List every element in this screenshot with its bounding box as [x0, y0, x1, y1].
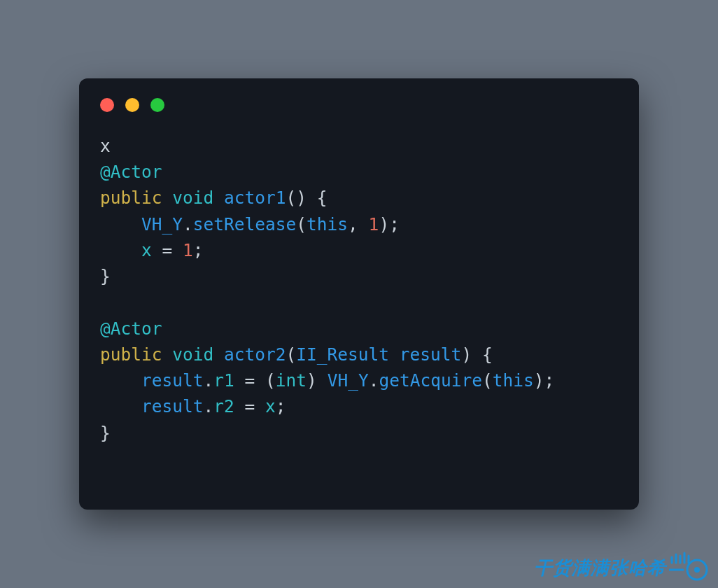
- paren-open: (: [286, 344, 297, 365]
- dot: .: [204, 396, 214, 416]
- indent: [100, 214, 141, 234]
- keyword-this: this: [493, 370, 534, 391]
- method-name: actor1: [224, 188, 286, 208]
- close-icon[interactable]: [100, 98, 114, 112]
- number-literal: 1: [183, 240, 193, 260]
- param-type: II_Result: [296, 344, 389, 365]
- paren-close: ): [461, 344, 472, 365]
- zoom-icon[interactable]: [150, 98, 164, 112]
- dot: .: [204, 370, 214, 391]
- method-call: setRelease: [193, 214, 297, 234]
- indent: [100, 240, 141, 260]
- method-name: actor2: [224, 344, 286, 365]
- paren-open: (: [265, 370, 276, 391]
- keyword-public: public: [100, 188, 162, 208]
- svg-point-1: [694, 567, 700, 573]
- dot: .: [369, 370, 379, 391]
- semicolon: ;: [193, 240, 204, 260]
- field: r2: [213, 396, 234, 416]
- brace: {: [307, 188, 328, 208]
- param-name: result: [389, 344, 461, 365]
- variable: x: [265, 396, 276, 416]
- annotation: @Actor: [100, 162, 162, 182]
- indent: [100, 396, 141, 416]
- brace: }: [100, 266, 111, 286]
- number-literal: 1: [369, 214, 379, 234]
- variable: x: [141, 240, 152, 260]
- identifier: result: [141, 396, 204, 416]
- paren-close: ): [307, 370, 328, 391]
- brace: {: [472, 344, 493, 365]
- code-window: x @Actor public void actor1() { VH_Y.set…: [79, 78, 639, 510]
- watermark: 干货满满张哈希: [534, 550, 711, 585]
- code-block: x @Actor public void actor1() { VH_Y.set…: [100, 133, 618, 446]
- paren-close: );: [379, 214, 400, 234]
- paren-open: (: [296, 214, 307, 234]
- brace: }: [100, 423, 111, 443]
- semicolon: ;: [276, 396, 286, 416]
- comma: ,: [348, 214, 369, 234]
- identifier: VH_Y: [141, 214, 183, 234]
- identifier: result: [141, 370, 204, 391]
- equals: =: [152, 240, 183, 260]
- annotation: @Actor: [100, 318, 162, 339]
- parens: (): [286, 188, 307, 208]
- method-call: getAcquire: [379, 370, 482, 391]
- window-controls: [100, 98, 618, 112]
- field: r1: [213, 370, 234, 391]
- identifier: VH_Y: [328, 370, 369, 391]
- equals: =: [234, 396, 265, 416]
- watermark-text: 干货满满张哈希: [534, 556, 666, 580]
- keyword-void: void: [172, 344, 213, 365]
- cast-type: int: [276, 370, 307, 391]
- equals: =: [234, 370, 265, 391]
- minimize-icon[interactable]: [125, 98, 139, 112]
- watermark-logo-icon: [669, 550, 711, 585]
- paren-close: );: [534, 370, 555, 391]
- dot: .: [183, 214, 193, 234]
- keyword-public: public: [100, 344, 162, 365]
- keyword-void: void: [172, 188, 213, 208]
- paren-open: (: [482, 370, 493, 391]
- keyword-this: this: [307, 214, 348, 234]
- indent: [100, 370, 141, 391]
- code-token: x: [100, 136, 111, 156]
